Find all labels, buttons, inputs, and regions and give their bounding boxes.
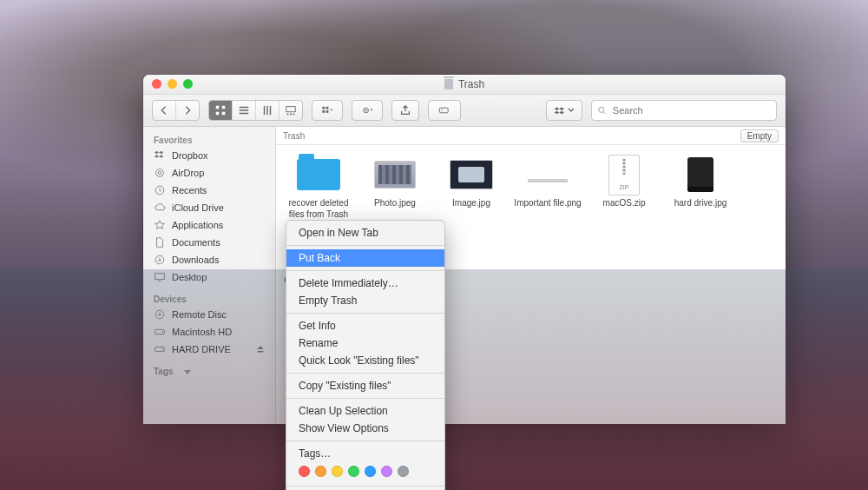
menu-clean-up[interactable]: Clean Up Selection	[286, 402, 444, 420]
sidebar-item-dropbox[interactable]: Dropbox	[143, 147, 275, 164]
menu-empty-trash[interactable]: Empty Trash	[286, 292, 444, 309]
path-bar: Trash Empty	[276, 127, 786, 145]
arrange-segment	[312, 100, 343, 121]
document-icon	[154, 236, 166, 248]
file-label: Photo.jpeg	[374, 198, 416, 209]
view-columns-button[interactable]	[256, 101, 279, 120]
menu-tag-colors	[286, 462, 444, 482]
sidebar-item-hard-drive[interactable]: HARD DRIVE	[143, 341, 275, 358]
sidebar-item-icloud[interactable]: iCloud Drive	[143, 199, 275, 216]
menu-quick-look[interactable]: Quick Look "Existing files"	[286, 352, 444, 369]
cloud-icon	[154, 202, 166, 214]
tag-color-dot[interactable]	[398, 466, 409, 477]
file-item[interactable]: hard drive.jpg	[665, 156, 736, 220]
file-item[interactable]: recover deleted files from Trash	[283, 156, 354, 220]
menu-put-back[interactable]: Put Back	[286, 249, 444, 267]
tag-icon	[438, 104, 450, 116]
tag-color-dot[interactable]	[381, 466, 392, 477]
menu-get-info[interactable]: Get Info	[286, 317, 444, 334]
sidebar-item-macintosh-hd[interactable]: Macintosh HD	[143, 323, 275, 341]
disc-icon	[154, 308, 166, 321]
file-item[interactable]: Photo.jpeg	[359, 156, 431, 220]
menu-copy[interactable]: Copy "Existing files"	[286, 377, 444, 394]
view-list-button[interactable]	[233, 101, 256, 120]
finder-toolbar	[143, 95, 786, 127]
svg-point-25	[162, 331, 163, 332]
chevron-down-icon[interactable]	[184, 370, 191, 374]
tag-color-dot[interactable]	[315, 466, 326, 477]
view-gallery-button[interactable]	[279, 101, 302, 120]
view-icons-button[interactable]	[209, 101, 233, 120]
columns-icon	[261, 104, 273, 116]
file-item[interactable]: ZIPmacOS.zip	[589, 156, 660, 220]
svg-point-15	[442, 109, 443, 110]
minimize-button[interactable]	[168, 79, 177, 89]
svg-rect-14	[439, 108, 448, 113]
menu-tags-label[interactable]: Tags…	[286, 445, 444, 462]
file-label: Important file.png	[514, 198, 581, 209]
svg-rect-1	[222, 106, 226, 109]
action-menu-button[interactable]	[352, 101, 382, 120]
clock-icon	[154, 184, 166, 196]
tags-button[interactable]	[428, 100, 461, 121]
dropbox-toolbar-button[interactable]	[546, 100, 582, 121]
path-location: Trash	[283, 131, 305, 141]
svg-rect-3	[222, 112, 226, 116]
dropbox-icon	[154, 149, 166, 162]
tag-color-dot[interactable]	[348, 466, 359, 477]
finder-sidebar: Favorites Dropbox AirDrop Recents iCloud…	[143, 127, 276, 424]
file-label: Image.jpg	[452, 198, 490, 209]
window-titlebar[interactable]: Trash	[143, 75, 786, 95]
svg-rect-24	[155, 329, 165, 334]
forward-button[interactable]	[176, 101, 199, 120]
svg-rect-0	[216, 106, 220, 109]
svg-rect-10	[322, 110, 325, 113]
nav-back-forward	[152, 100, 200, 121]
file-item[interactable]: Important file.png	[512, 156, 583, 220]
sidebar-item-desktop[interactable]: Desktop	[143, 268, 275, 286]
zoom-button[interactable]	[183, 79, 193, 89]
menu-open-new-tab[interactable]: Open in New Tab	[286, 224, 444, 242]
sidebar-item-airdrop[interactable]: AirDrop	[143, 164, 275, 182]
airdrop-icon	[154, 167, 166, 179]
sidebar-item-documents[interactable]: Documents	[143, 234, 275, 251]
svg-rect-11	[326, 110, 329, 113]
back-button[interactable]	[153, 101, 176, 120]
downloads-icon	[154, 254, 166, 266]
sidebar-item-recents[interactable]: Recents	[143, 182, 275, 199]
tag-color-dot[interactable]	[365, 466, 376, 477]
search-field[interactable]	[591, 100, 777, 121]
share-button[interactable]	[391, 100, 419, 121]
applications-icon	[154, 219, 166, 231]
svg-point-23	[159, 314, 161, 316]
svg-point-13	[365, 109, 367, 111]
chevron-left-icon	[158, 104, 170, 116]
sidebar-item-remote-disc[interactable]: Remote Disc	[143, 306, 275, 323]
svg-point-16	[599, 107, 604, 112]
gear-icon	[361, 104, 373, 116]
tag-color-dot[interactable]	[332, 466, 343, 477]
sidebar-item-applications[interactable]: Applications	[143, 216, 275, 234]
sidebar-item-downloads[interactable]: Downloads	[143, 251, 275, 268]
arrange-button[interactable]	[312, 101, 342, 120]
svg-rect-7	[293, 114, 295, 116]
eject-icon[interactable]	[256, 345, 265, 354]
dropbox-icon	[554, 104, 566, 116]
menu-rename[interactable]: Rename	[286, 334, 444, 352]
search-input[interactable]	[611, 104, 771, 116]
close-button[interactable]	[152, 79, 161, 89]
empty-trash-button[interactable]: Empty	[740, 129, 779, 142]
action-segment	[352, 100, 383, 121]
external-hdd-icon	[154, 343, 166, 355]
chevron-down-icon	[568, 107, 575, 114]
sidebar-section-favorites: Favorites	[143, 132, 202, 147]
file-label: recover deleted files from Trash	[283, 198, 354, 220]
view-mode-segment	[208, 100, 303, 121]
chevron-right-icon	[181, 104, 194, 116]
context-menu: Open in New Tab Put Back Delete Immediat…	[286, 220, 445, 490]
svg-rect-26	[155, 347, 165, 351]
menu-delete-immediately[interactable]: Delete Immediately…	[286, 275, 444, 292]
menu-view-options[interactable]: Show View Options	[286, 420, 444, 437]
tag-color-dot[interactable]	[299, 466, 310, 477]
file-item[interactable]: Image.jpg	[436, 156, 507, 220]
